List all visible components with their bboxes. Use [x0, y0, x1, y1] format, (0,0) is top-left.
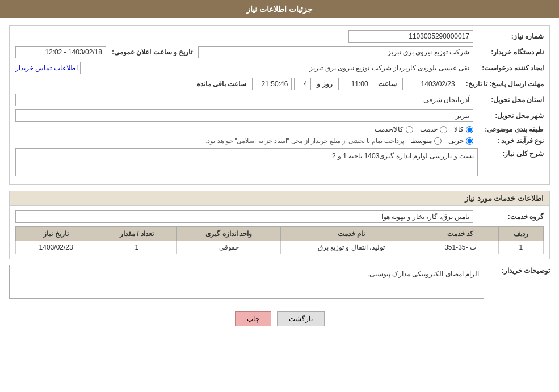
main-content: شماره نیاز: 1103005290000017 نام دستگاه … [0, 18, 559, 340]
need-number-row: شماره نیاز: 1103005290000017 [15, 30, 544, 43]
page-title: جزئیات اطلاعات نیاز [0, 0, 559, 18]
category-radio-kala-label: کالا [454, 125, 464, 133]
col-date: تاریخ نیاز [16, 227, 96, 241]
category-radio-kala[interactable]: کالا [454, 125, 473, 133]
purchase-type-radio-medium[interactable]: متوسط [411, 137, 442, 145]
need-number-label: شماره نیاز: [476, 32, 544, 40]
description-row: شرح کلی نیاز: تست و بازرسی لوازم اندازه … [15, 148, 544, 176]
service-info-body: گروه خدمت: تامین برق، گاز، بخار و تهویه … [10, 206, 549, 259]
category-label: طبقه بندی موضوعی: [476, 125, 544, 133]
title-text: جزئیات اطلاعات نیاز [246, 5, 313, 14]
col-row: ردیف [498, 227, 543, 241]
services-table: ردیف کد خدمت نام خدمت واحد اندازه گیری ت… [15, 226, 544, 254]
cell-code: ت -35-351 [422, 241, 498, 254]
reply-day-label: روز و [317, 80, 332, 88]
contact-link[interactable]: اطلاعات تماس خریدار [15, 64, 78, 72]
print-button[interactable]: چاپ [235, 311, 271, 326]
city-row: شهر محل تحویل: تبریز [15, 109, 544, 122]
buyer-notes-label: توصیحات خریدار: [487, 265, 550, 275]
cell-unit: حقوقی [177, 241, 280, 254]
category-radio-kala-khidmat[interactable]: کالا/خدمت [375, 125, 413, 133]
cell-row: 1 [498, 241, 543, 254]
service-group-value: تامین برق، گاز، بخار و تهویه هوا [15, 210, 473, 223]
announce-row: نام دستگاه خریدار: شرکت توزیع نیروی برق … [15, 46, 544, 58]
col-name: نام خدمت [280, 227, 422, 241]
province-row: استان محل تحویل: آذربایجان شرقی [15, 94, 544, 106]
purchase-type-radio-note: پرداخت تمام یا بخشی از مبلغ خریدار از مح… [205, 137, 404, 145]
purchase-type-radio-partial-input[interactable] [466, 137, 473, 145]
main-info-body: شماره نیاز: 1103005290000017 نام دستگاه … [10, 26, 549, 184]
category-radio-kala-khidmat-input[interactable] [406, 126, 413, 133]
reply-day-value: 4 [294, 78, 311, 90]
creator-row: ایجاد کننده درخواست: نقی عیسی بلوردی کار… [15, 62, 544, 74]
services-table-head: ردیف کد خدمت نام خدمت واحد اندازه گیری ت… [16, 227, 544, 241]
purchase-note-text: پرداخت تمام یا بخشی از مبلغ خریدار از مح… [205, 137, 404, 145]
category-radio-kala-input[interactable] [466, 126, 473, 133]
service-info-section: اطلاعات خدمات مورد نیاز گروه خدمت: تامین… [9, 191, 550, 259]
page-wrapper: جزئیات اطلاعات نیاز شماره نیاز: 11030052… [0, 0, 559, 392]
service-info-header: اطلاعات خدمات مورد نیاز [10, 191, 549, 206]
service-group-label: گروه خدمت: [476, 213, 544, 221]
province-value: آذربایجان شرقی [15, 94, 473, 106]
cell-qty: 1 [96, 241, 177, 254]
category-row: طبقه بندی موضوعی: کالا/خدمت خدمت کالا [15, 125, 544, 133]
reply-remaining-value: 21:50:46 [252, 78, 292, 90]
back-button[interactable]: بازگشت [277, 311, 325, 326]
buyer-notes-value: الزام امضای الکترونیکی مدارک پیوستی. [9, 265, 484, 299]
reply-time-value: 11:00 [338, 78, 372, 90]
category-radio-kala-khidmat-label: کالا/خدمت [375, 125, 404, 133]
services-table-body: 1 ت -35-351 تولید، انتقال و توزیع برق حق… [16, 241, 544, 254]
province-label: استان محل تحویل: [476, 96, 544, 104]
reply-deadline-label: مهلت ارسال پاسخ: تا تاریخ: [461, 80, 544, 88]
table-row: 1 ت -35-351 تولید، انتقال و توزیع برق حق… [16, 241, 544, 254]
purchase-type-radio-medium-input[interactable] [434, 137, 442, 145]
col-qty: تعداد / مقدار [96, 227, 177, 241]
purchase-type-radio-medium-label: متوسط [411, 137, 432, 145]
service-info-title: اطلاعات خدمات مورد نیاز [465, 194, 544, 203]
description-value: تست و بازرسی لوازم اندازه گیری1403 ناحیه… [15, 148, 478, 176]
purchase-type-radio-partial-label: جزیی [448, 137, 464, 145]
services-table-header-row: ردیف کد خدمت نام خدمت واحد اندازه گیری ت… [16, 227, 544, 241]
creator-value: نقی عیسی بلوردی کاربرداز شرکت توزیع نیرو… [80, 62, 473, 74]
announce-datetime-label: تاریخ و ساعت اعلان عمومی: [112, 48, 192, 56]
reply-remaining-label: ساعت باقی مانده [197, 80, 247, 88]
cell-name: تولید، انتقال و توزیع برق [280, 241, 422, 254]
category-radio-group: کالا/خدمت خدمت کالا [375, 125, 473, 133]
buyer-notes-row: توصیحات خریدار: الزام امضای الکترونیکی م… [9, 265, 550, 299]
cell-date: 1403/02/23 [16, 241, 96, 254]
purchase-type-label: نوع فرآیند خرید : [476, 137, 544, 145]
buyer-notes-box: الزام امضای الکترونیکی مدارک پیوستی. [9, 265, 484, 299]
buyer-org-label: نام دستگاه خریدار: [476, 48, 544, 56]
main-info-section: شماره نیاز: 1103005290000017 نام دستگاه … [9, 25, 550, 185]
col-unit: واحد اندازه گیری [177, 227, 280, 241]
creator-label: ایجاد کننده درخواست: [476, 64, 544, 72]
purchase-type-radio-partial[interactable]: جزیی [448, 137, 473, 145]
buyer-org-value: شرکت توزیع نیروی برق تبریز [198, 46, 473, 58]
col-code: کد خدمت [422, 227, 498, 241]
reply-date-value: 1403/02/23 [402, 78, 459, 90]
service-group-row: گروه خدمت: تامین برق، گاز، بخار و تهویه … [15, 210, 544, 223]
reply-time-label: ساعت [378, 80, 397, 88]
category-radio-khidmat-label: خدمت [420, 125, 438, 133]
announce-datetime-value: 1403/02/18 - 12:02 [15, 46, 106, 58]
description-box: تست و بازرسی لوازم اندازه گیری1403 ناحیه… [15, 148, 478, 176]
category-radio-khidmat-input[interactable] [440, 126, 447, 133]
city-label: شهر محل تحویل: [476, 112, 544, 120]
buttons-row: بازگشت چاپ [9, 305, 550, 333]
city-value: تبریز [15, 109, 473, 122]
category-radio-khidmat[interactable]: خدمت [420, 125, 447, 133]
need-number-value: 1103005290000017 [348, 30, 473, 43]
purchase-type-radio-group: پرداخت تمام یا بخشی از مبلغ خریدار از مح… [205, 137, 473, 145]
purchase-type-row: نوع فرآیند خرید : پرداخت تمام یا بخشی از… [15, 137, 544, 145]
description-label: شرح کلی نیاز: [481, 148, 544, 158]
reply-deadline-row: مهلت ارسال پاسخ: تا تاریخ: 1403/02/23 سا… [15, 78, 544, 90]
